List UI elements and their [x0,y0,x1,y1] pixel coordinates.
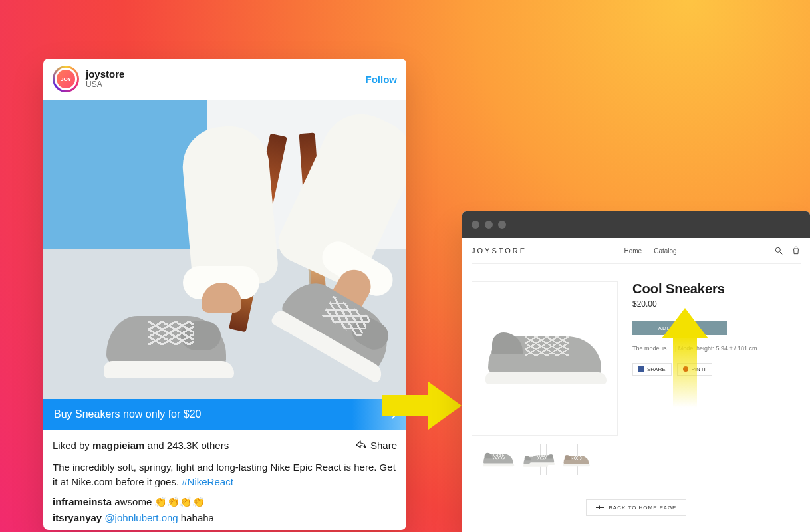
share-label: Share [370,440,397,451]
svg-point-1 [775,247,780,252]
nav-home[interactable]: Home [624,247,642,255]
user-block: joystore USA [86,68,359,89]
store-nav: Home Catalog [624,247,676,255]
cta-bar[interactable]: Buy Sneakers now only for $20 [43,399,406,430]
facebook-icon [638,366,644,372]
follow-button[interactable]: Follow [366,74,398,85]
avatar[interactable]: JOY [53,66,79,92]
back-to-home-button[interactable]: BACK TO HOME PAGE [586,499,687,516]
chevron-right-icon [388,410,397,419]
comment-user[interactable]: inframeinsta [53,496,112,507]
browser-titlebar [462,211,810,238]
avatar-logo: JOY [57,70,75,88]
window-dot-icon[interactable] [485,221,493,229]
svg-line-2 [780,252,783,255]
product-gallery [472,281,618,475]
share-arrow-icon [354,439,366,451]
window-dot-icon[interactable] [472,221,479,229]
comment: itsryanyay @johnlubert.ong hahaha [53,512,397,523]
store-header: JOYSTORE Home Catalog [472,238,801,264]
post-header: JOY joystore USA Follow [43,59,406,100]
share-button[interactable]: Share [354,439,397,451]
product-description: The model is ... | Model height: 5.94 ft… [632,344,801,354]
arrow-left-icon [596,507,604,508]
share-facebook-button[interactable]: SHARE [632,363,672,376]
store-browser-window: JOYSTORE Home Catalog [462,211,810,532]
store-logo[interactable]: JOYSTORE [472,247,527,255]
window-dot-icon[interactable] [498,221,506,229]
sneaker-left-icon [106,316,226,366]
mention-link[interactable]: @johnlubert.ong [104,512,178,523]
hashtag-link[interactable]: #NikeReact [182,476,233,487]
product-details: Cool Sneakers $20.00 ADD TO CART The mod… [632,281,801,475]
sneaker-icon [488,332,601,384]
post-body: Liked by magpieiam and 243.3K others Sha… [43,430,406,530]
product-title: Cool Sneakers [632,281,801,297]
pinterest-icon [683,366,688,372]
comment-user[interactable]: itsryanyay [53,512,102,523]
location[interactable]: USA [86,80,359,90]
thumbnail[interactable] [472,444,503,475]
cta-text: Buy Sneakers now only for $20 [54,408,201,420]
nav-catalog[interactable]: Catalog [654,247,676,255]
post-caption: The incredibly soft, springy, light and … [53,460,397,489]
product-price: $20.00 [632,299,801,309]
post-image[interactable] [43,100,406,399]
cart-icon[interactable] [791,246,801,255]
social-post-card: JOY joystore USA Follow Buy Sneakers now… [43,59,406,530]
search-icon[interactable] [774,246,783,255]
likes-text[interactable]: Liked by magpieiam and 243.3K others [53,440,229,451]
product-main-image[interactable] [472,281,618,436]
comment: inframeinsta awsome 👏👏👏👏 [53,496,397,508]
share-pinterest-button[interactable]: PIN IT [677,363,713,376]
username[interactable]: joystore [86,68,359,80]
add-to-cart-button[interactable]: ADD TO CART [632,321,727,335]
thumbnail[interactable] [509,444,541,475]
product-area: Cool Sneakers $20.00 ADD TO CART The mod… [472,264,801,475]
